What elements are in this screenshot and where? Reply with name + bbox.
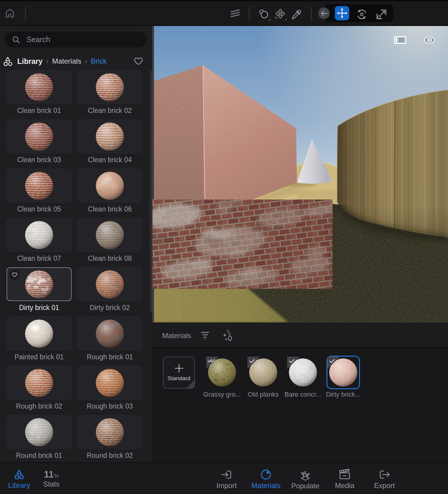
- material-thumbnail[interactable]: [77, 70, 142, 104]
- nav-materials[interactable]: Materials: [250, 463, 282, 494]
- material-item-rough-brick-03[interactable]: Rough brick 03: [77, 366, 142, 410]
- library-icon: [13, 469, 25, 480]
- tray-material-dirty-brick-[interactable]: Dirty brick...: [324, 356, 363, 398]
- eye-button[interactable]: [424, 36, 435, 44]
- material-thumbnail[interactable]: [7, 415, 72, 449]
- material-thumbnail[interactable]: [7, 317, 72, 350]
- tray-material-name: Grassy gro...: [203, 391, 241, 398]
- heart-icon: [11, 271, 18, 278]
- home-icon: [5, 8, 14, 18]
- breadcrumb-brick[interactable]: Brick: [91, 57, 107, 65]
- fold-corner: [187, 380, 194, 388]
- material-sphere: [24, 319, 54, 348]
- draw-lines-button[interactable]: [229, 8, 241, 19]
- nav-media[interactable]: Media: [328, 463, 361, 494]
- standard-material-button[interactable]: Standard: [163, 357, 195, 389]
- material-item-dirty-brick-02[interactable]: Dirty brick 02: [77, 267, 142, 312]
- search-icon: [12, 36, 20, 44]
- material-sphere: [24, 122, 54, 151]
- material-name: Round brick 01: [7, 452, 72, 460]
- sphere-tool-icon: [258, 9, 272, 22]
- material-sphere: [95, 220, 124, 250]
- texture-drag-preview: [153, 200, 332, 289]
- panel-toggle-button[interactable]: [394, 36, 406, 44]
- material-sphere: [95, 270, 124, 299]
- material-thumbnail[interactable]: [77, 317, 142, 350]
- material-thumbnail[interactable]: [7, 366, 72, 400]
- search-input[interactable]: Search: [4, 32, 147, 47]
- plus-icon: [175, 364, 184, 373]
- material-item-clean-brick-07[interactable]: Clean brick 07: [7, 218, 72, 263]
- material-item-clean-brick-02[interactable]: Clean brick 02: [77, 70, 142, 115]
- material-name: Clean brick 05: [7, 205, 72, 213]
- material-sphere: [95, 418, 124, 447]
- material-name: Clean brick 07: [7, 254, 72, 263]
- material-thumbnail[interactable]: [7, 169, 72, 202]
- material-thumbnail[interactable]: [77, 415, 142, 449]
- material-item-clean-brick-01[interactable]: Clean brick 01: [7, 70, 72, 115]
- nav-library[interactable]: Library: [8, 463, 30, 494]
- material-name: Clean brick 06: [77, 205, 142, 213]
- sphere-tool-button[interactable]: [258, 9, 272, 22]
- nav-label: Materials: [251, 482, 280, 489]
- material-item-clean-brick-08[interactable]: Clean brick 08: [77, 218, 142, 263]
- material-thumbnail[interactable]: [77, 169, 142, 202]
- material-thumbnail[interactable]: [77, 218, 142, 252]
- material-thumbnail[interactable]: [7, 267, 72, 301]
- pattern-tool-button[interactable]: [274, 8, 288, 22]
- application-window: Search Library › Materials › Brick: [0, 0, 448, 494]
- material-thumbnail[interactable]: [7, 218, 72, 252]
- material-item-round-brick-02[interactable]: Round brick 02: [77, 415, 142, 460]
- back-button[interactable]: [318, 7, 330, 19]
- toolbar-divider: [25, 7, 26, 22]
- material-item-clean-brick-06[interactable]: Clean brick 06: [77, 169, 142, 213]
- move-tool-button[interactable]: [335, 6, 349, 20]
- material-item-clean-brick-03[interactable]: Clean brick 03: [7, 119, 72, 164]
- nav-import[interactable]: Import: [210, 463, 243, 494]
- material-item-dirty-brick-01[interactable]: Dirty brick 01: [7, 267, 72, 312]
- cleanup-brush-icon[interactable]: [221, 329, 233, 342]
- material-sphere: [95, 122, 124, 151]
- material-item-painted-brick-01[interactable]: Painted brick 01: [7, 317, 72, 361]
- material-item-rough-brick-02[interactable]: Rough brick 02: [7, 366, 72, 410]
- favorite-button[interactable]: [10, 270, 20, 280]
- pattern-tool-icon: [274, 8, 288, 22]
- breadcrumb-library[interactable]: Library: [17, 57, 43, 66]
- material-name: Dirty brick 01: [7, 304, 72, 312]
- tray-items: Standard Grassy gro...: [152, 356, 448, 425]
- nav-stats[interactable]: 11% Stats: [41, 463, 62, 494]
- material-item-clean-brick-05[interactable]: Clean brick 05: [7, 169, 72, 213]
- import-icon: [221, 469, 233, 481]
- breadcrumb-materials[interactable]: Materials: [52, 57, 81, 65]
- material-item-round-brick-01[interactable]: Round brick 01: [7, 415, 72, 460]
- tray-material-bare-concr-[interactable]: Bare concr...: [284, 356, 322, 398]
- toolbar-divider: [249, 7, 250, 22]
- nav-export[interactable]: Export: [368, 463, 401, 494]
- nav-populate[interactable]: Populate: [289, 463, 322, 494]
- materials-tray: Materials: [152, 323, 448, 462]
- tray-material-name: Dirty brick...: [324, 391, 363, 398]
- tray-material-grassy-gro-[interactable]: Grassy gro...: [203, 356, 241, 398]
- material-thumbnail[interactable]: [7, 119, 72, 153]
- rotate-tool-button[interactable]: [355, 8, 368, 21]
- materials-grid: Clean brick 01 Clean brick 02 Clea: [0, 65, 152, 462]
- search-placeholder: Search: [27, 35, 50, 44]
- material-sphere: [24, 270, 54, 299]
- sidebar-scrollbar[interactable]: [150, 70, 152, 312]
- breadcrumb-separator: ›: [85, 57, 87, 65]
- nav-stats-label: Stats: [43, 481, 60, 488]
- materials-icon: [260, 469, 272, 481]
- filter-icon[interactable]: [201, 331, 210, 340]
- material-name: Clean brick 03: [7, 156, 72, 164]
- home-button[interactable]: [4, 8, 15, 19]
- material-thumbnail[interactable]: [77, 119, 142, 153]
- material-name: Round brick 02: [77, 452, 142, 460]
- material-thumbnail[interactable]: [7, 70, 72, 104]
- eyedropper-button[interactable]: [290, 8, 303, 21]
- material-item-clean-brick-04[interactable]: Clean brick 04: [77, 119, 142, 164]
- material-thumbnail[interactable]: [77, 267, 142, 301]
- material-item-rough-brick-01[interactable]: Rough brick 01: [77, 317, 142, 361]
- scale-tool-button[interactable]: [375, 8, 388, 21]
- tray-material-old-planks[interactable]: Old planks: [244, 356, 283, 398]
- material-thumbnail[interactable]: [77, 366, 142, 400]
